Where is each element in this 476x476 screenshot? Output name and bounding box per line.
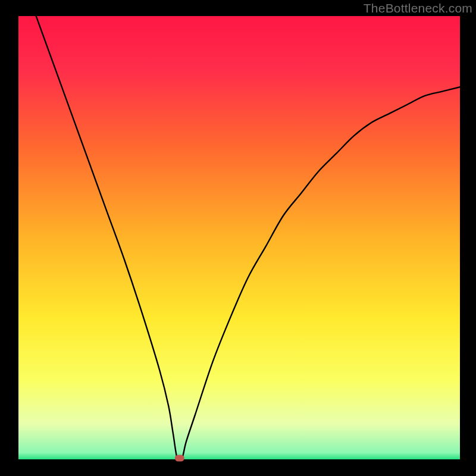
- watermark-text: TheBottleneck.com: [364, 1, 472, 15]
- plot-background-gradient: [18, 16, 460, 459]
- chart-container: TheBottleneck.com: [0, 0, 476, 476]
- optimal-point-marker: [175, 455, 184, 462]
- bottleneck-chart: [0, 0, 476, 476]
